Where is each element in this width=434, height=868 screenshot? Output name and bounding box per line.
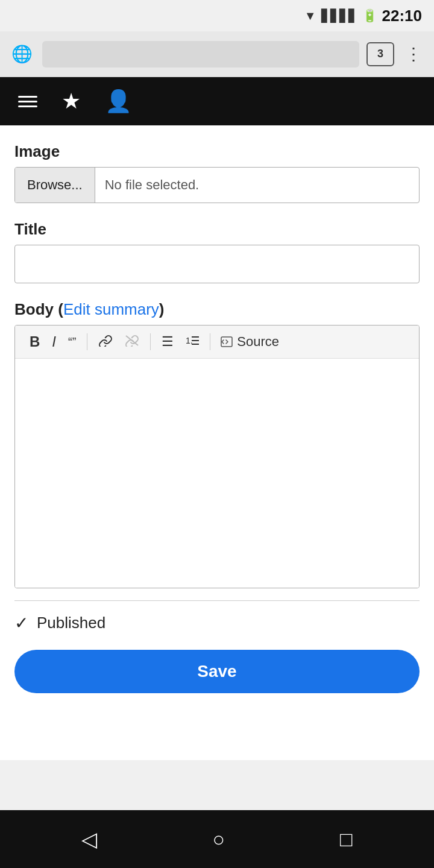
tab-count[interactable]: 3	[366, 42, 394, 66]
home-button[interactable]: ○	[212, 828, 225, 851]
file-status: No file selected.	[95, 177, 209, 193]
body-label: Body (Edit summary)	[14, 300, 420, 319]
link-button[interactable]	[92, 331, 119, 353]
source-label: Source	[237, 334, 279, 350]
source-button[interactable]: Source	[215, 330, 284, 353]
body-label-text: Body	[14, 300, 54, 318]
svg-text:1.: 1.	[186, 336, 193, 345]
main-content: Image Browse... No file selected. Title …	[0, 125, 434, 760]
spacer	[0, 760, 434, 810]
signal-icon: ▋▋▋▋	[321, 8, 357, 23]
divider	[14, 600, 420, 601]
app-nav-bar: ★ 👤	[0, 77, 434, 125]
toolbar-separator-1	[87, 333, 87, 350]
bullet-list-button[interactable]: ☰	[156, 332, 180, 352]
image-label: Image	[14, 142, 420, 161]
body-paren-open: (	[58, 300, 63, 318]
toolbar-separator-3	[210, 333, 210, 350]
file-input-wrapper: Browse... No file selected.	[14, 167, 420, 203]
title-input[interactable]	[14, 245, 420, 283]
url-bar[interactable]	[42, 41, 359, 68]
bottom-nav-bar: ◁ ○ □	[0, 810, 434, 868]
svg-rect-5	[221, 337, 232, 347]
browser-bar: 🌐 3 ⋮	[0, 31, 434, 77]
numbered-list-button[interactable]: 1.	[180, 330, 205, 353]
status-time: 22:10	[382, 7, 423, 25]
published-checkmark: ✓	[14, 613, 28, 633]
recents-button[interactable]: □	[340, 828, 353, 851]
hamburger-menu-icon[interactable]	[18, 96, 37, 107]
more-menu-icon[interactable]: ⋮	[401, 44, 426, 64]
bold-button[interactable]: B	[24, 331, 46, 353]
user-icon[interactable]: 👤	[105, 89, 132, 114]
editor-body[interactable]	[15, 359, 419, 588]
edit-summary-link[interactable]: Edit summary	[63, 300, 159, 318]
title-field: Title	[14, 220, 420, 283]
italic-button[interactable]: I	[46, 331, 62, 353]
status-icons: ▼ ▋▋▋▋ 🔋 22:10	[304, 7, 422, 25]
image-field: Image Browse... No file selected.	[14, 142, 420, 203]
unlink-button[interactable]	[119, 331, 145, 353]
published-label: Published	[37, 614, 105, 632]
body-paren-close: )	[159, 300, 165, 318]
status-bar: ▼ ▋▋▋▋ 🔋 22:10	[0, 0, 434, 31]
browse-button[interactable]: Browse...	[15, 168, 95, 203]
back-button[interactable]: ◁	[81, 827, 97, 851]
editor-toolbar: B I “”	[15, 326, 419, 359]
wifi-icon: ▼	[304, 9, 316, 23]
battery-icon: 🔋	[362, 8, 377, 23]
globe-icon: 🌐	[8, 41, 35, 68]
toolbar-separator-2	[150, 333, 151, 350]
body-field: Body (Edit summary) B I “”	[14, 300, 420, 588]
editor-wrapper: B I “”	[14, 325, 420, 588]
quote-button[interactable]: “”	[62, 332, 82, 351]
save-button[interactable]: Save	[14, 650, 420, 693]
published-row[interactable]: ✓ Published	[14, 613, 420, 633]
title-label: Title	[14, 220, 420, 239]
source-icon	[220, 335, 233, 348]
favorites-icon[interactable]: ★	[61, 89, 81, 114]
